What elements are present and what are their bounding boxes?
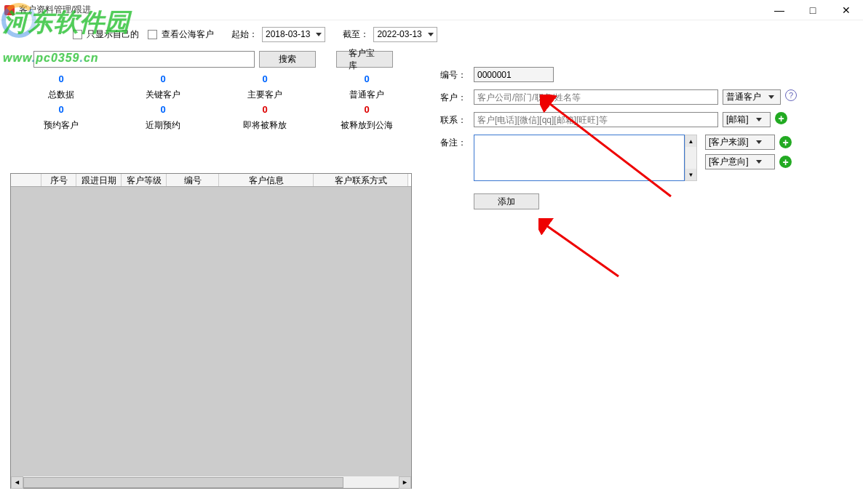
treasure-button[interactable]: 客户宝库 (336, 51, 393, 68)
window-title: 客户资料管理/跟进 (19, 4, 91, 16)
source-select[interactable]: [客户来源] (705, 135, 775, 150)
stat-main[interactable]: 0主要客户 (214, 73, 316, 101)
customer-label: 客户： (440, 89, 474, 104)
end-date-label: 截至： (343, 28, 369, 41)
stat-release-soon[interactable]: 0即将被释放 (214, 104, 316, 132)
end-date-input[interactable]: 2022-03-13 (373, 27, 437, 42)
no-label: 编号： (440, 67, 474, 81)
remark-field[interactable] (474, 135, 685, 181)
remark-label: 备注： (440, 135, 474, 149)
stat-normal[interactable]: 0普通客户 (316, 73, 418, 101)
remark-scrollbar[interactable]: ▲▼ (685, 135, 697, 181)
contact-field[interactable] (474, 112, 718, 127)
add-contact-icon[interactable]: + (775, 112, 787, 124)
maximize-button[interactable]: □ (796, 0, 830, 20)
stat-released[interactable]: 0被释放到公海 (316, 104, 418, 132)
grid-col-info[interactable]: 客户信息 (219, 174, 314, 186)
customer-field[interactable] (474, 89, 718, 105)
chevron-down-icon (316, 33, 322, 36)
stat-appoint[interactable]: 0预约客户 (10, 104, 112, 132)
scroll-right-icon[interactable]: ► (399, 476, 411, 489)
annotation-arrow-2 (538, 218, 626, 284)
grid-col-followdate[interactable]: 跟进日期 (76, 174, 122, 186)
grid-hscroll[interactable]: ◄ ► (11, 476, 411, 488)
search-input[interactable] (33, 51, 255, 68)
grid-col-selector[interactable] (11, 174, 41, 186)
chevron-down-icon (756, 118, 762, 121)
add-source-icon[interactable]: + (779, 136, 792, 148)
only-mine-label: 只显示自己的 (87, 28, 139, 41)
stats-panel: 0总数据 0关键客户 0主要客户 0普通客户 0预约客户 0近期预约 0即将被释… (10, 73, 418, 135)
view-public-label: 查看公海客户 (162, 28, 214, 41)
contact-label: 联系： (440, 112, 474, 127)
stat-total[interactable]: 0总数据 (10, 73, 112, 101)
data-grid[interactable]: 序号 跟进日期 客户等级 编号 客户信息 客户联系方式 ◄ ► (10, 173, 412, 489)
view-public-checkbox[interactable] (148, 30, 157, 39)
add-button[interactable]: 添加 (474, 193, 539, 209)
grid-col-no[interactable]: 编号 (167, 174, 219, 186)
minimize-button[interactable]: — (763, 0, 796, 20)
chevron-down-icon (768, 95, 774, 99)
app-icon (4, 5, 15, 15)
start-date-label: 起始： (231, 28, 258, 41)
chevron-down-icon (756, 140, 762, 144)
no-field (474, 67, 554, 82)
intent-select[interactable]: [客户意向] (705, 154, 775, 169)
svg-line-1 (544, 224, 619, 276)
only-mine-checkbox[interactable] (73, 30, 82, 39)
contact-type-select[interactable]: [邮箱] (723, 112, 771, 127)
grid-col-level[interactable]: 客户等级 (122, 174, 167, 186)
chevron-down-icon (428, 33, 434, 36)
chevron-down-icon (756, 160, 762, 164)
start-date-input[interactable]: 2018-03-13 (262, 27, 325, 42)
help-icon[interactable]: ? (785, 89, 797, 101)
stat-key[interactable]: 0关键客户 (112, 73, 214, 101)
customer-type-select[interactable]: 普通客户 (723, 89, 781, 105)
close-button[interactable]: ✕ (830, 0, 863, 20)
grid-col-index[interactable]: 序号 (41, 174, 76, 186)
search-button[interactable]: 搜索 (259, 51, 316, 68)
add-intent-icon[interactable]: + (779, 156, 792, 168)
stat-recent[interactable]: 0近期预约 (112, 104, 214, 132)
grid-col-contact[interactable]: 客户联系方式 (314, 174, 408, 186)
scroll-left-icon[interactable]: ◄ (11, 476, 23, 489)
